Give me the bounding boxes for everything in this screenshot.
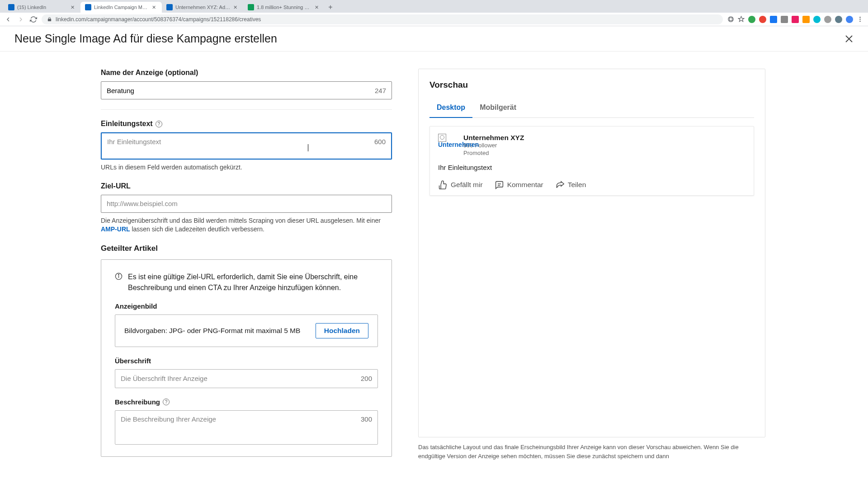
info-text: Es ist eine gültige Ziel-URL erforderlic…: [128, 272, 378, 293]
svg-point-7: [118, 274, 119, 275]
divider: [101, 109, 392, 110]
amp-url-link[interactable]: AMP-URL: [101, 225, 130, 233]
extension-icon[interactable]: [824, 16, 831, 23]
ad-name-label: Name der Anzeige (optional): [101, 69, 392, 77]
company-logo: Unternehmen: [438, 134, 459, 147]
close-icon: [844, 33, 854, 44]
extension-icon[interactable]: [792, 16, 799, 23]
svg-point-0: [728, 16, 733, 21]
reload-icon[interactable]: [30, 16, 37, 23]
avatar[interactable]: [846, 16, 853, 23]
address-bar[interactable]: linkedin.com/campaignmanager/account/508…: [42, 14, 723, 24]
char-counter: 247: [375, 87, 386, 94]
page-title: Neue Single Image Ad für diese Kampagne …: [14, 32, 277, 45]
share-icon: [555, 180, 565, 190]
back-icon[interactable]: [5, 16, 12, 23]
extension-icon[interactable]: [802, 16, 810, 23]
svg-rect-1: [729, 18, 732, 20]
new-tab-button[interactable]: +: [325, 2, 336, 13]
like-button[interactable]: Gefällt mir: [438, 180, 483, 190]
upload-button[interactable]: Hochladen: [316, 323, 368, 338]
extension-icon[interactable]: [781, 16, 788, 23]
tab-mobile[interactable]: Mobilgerät: [472, 99, 524, 117]
headline-input[interactable]: 200: [115, 369, 378, 388]
description-input[interactable]: 300: [115, 410, 378, 445]
tab-desktop[interactable]: Desktop: [429, 99, 472, 118]
ad-image-label: Anzeigenbild: [115, 302, 378, 310]
like-icon: [438, 180, 448, 190]
url-text: linkedin.com/campaignmanager/account/508…: [56, 16, 261, 23]
help-text: URLs in diesem Feld werden automatisch g…: [101, 163, 392, 172]
preview-panel: Vorschau Desktop Mobilgerät Unternehmen …: [418, 69, 765, 437]
ad-preview-card: Unternehmen Unternehmen XYZ 999 Follower…: [429, 126, 754, 196]
ad-intro-text: Ihr Einleitungstext: [438, 164, 745, 171]
info-icon[interactable]: [727, 16, 734, 23]
modal-header: Neue Single Image Ad für diese Kampagne …: [0, 26, 868, 52]
close-icon[interactable]: ✕: [233, 5, 239, 10]
comment-button[interactable]: Kommentar: [495, 180, 543, 190]
help-icon[interactable]: ?: [163, 399, 170, 405]
ad-name-input[interactable]: 247: [101, 81, 392, 99]
description-label: Beschreibung: [115, 398, 160, 406]
shared-article-box: Es ist eine gültige Ziel-URL erforderlic…: [101, 259, 392, 457]
lock-icon: [47, 17, 52, 22]
svg-point-2: [859, 16, 861, 18]
star-icon[interactable]: [738, 16, 745, 23]
extension-icon[interactable]: [748, 16, 755, 23]
close-icon[interactable]: ✕: [315, 5, 320, 10]
intro-text-label: Einleitungstext: [101, 120, 153, 128]
char-counter: 200: [361, 375, 372, 382]
close-button[interactable]: [842, 32, 856, 46]
intro-text-input[interactable]: 600: [101, 132, 392, 160]
preview-disclaimer: Das tatsächliche Layout und das finale E…: [418, 443, 765, 460]
svg-point-3: [859, 19, 861, 20]
char-counter: 600: [374, 138, 386, 145]
extension-icon[interactable]: [759, 16, 766, 23]
browser-tab[interactable]: LinkedIn Campaign Manager✕: [80, 2, 162, 13]
help-text: Die Anzeigenüberschrift und das Bild wer…: [101, 216, 392, 234]
menu-icon[interactable]: [857, 16, 863, 23]
preview-tabs: Desktop Mobilgerät: [429, 99, 754, 118]
svg-point-4: [859, 20, 861, 22]
extension-icons: [727, 16, 863, 23]
headline-label: Überschrift: [115, 357, 378, 365]
info-icon: [115, 272, 123, 280]
char-counter: 300: [361, 415, 372, 423]
share-button[interactable]: Teilen: [555, 180, 586, 190]
help-icon[interactable]: ?: [156, 121, 162, 127]
forward-icon[interactable]: [17, 16, 24, 23]
dest-url-label: Ziel-URL: [101, 182, 392, 190]
browser-tab[interactable]: (15) LinkedIn✕: [4, 2, 80, 13]
dest-url-input[interactable]: [101, 195, 392, 213]
browser-tab[interactable]: 1.8 million+ Stunning Free Im✕: [243, 2, 325, 13]
browser-tab[interactable]: Unternehmen XYZ: Administra✕: [162, 2, 243, 13]
close-icon[interactable]: ✕: [152, 5, 157, 10]
close-icon[interactable]: ✕: [71, 5, 76, 10]
browser-tabs: (15) LinkedIn✕ LinkedIn Campaign Manager…: [0, 0, 868, 13]
promoted-label: Promoted: [463, 150, 524, 157]
extension-icon[interactable]: [813, 16, 821, 23]
shared-article-title: Geteilter Artikel: [101, 244, 392, 253]
image-spec-text: Bildvorgaben: JPG- oder PNG-Format mit m…: [124, 325, 300, 336]
preview-title: Vorschau: [429, 80, 754, 90]
extension-icon[interactable]: [770, 16, 777, 23]
upload-box: Bildvorgaben: JPG- oder PNG-Format mit m…: [115, 314, 378, 347]
extension-icon[interactable]: [835, 16, 842, 23]
comment-icon: [495, 180, 504, 190]
address-bar-row: linkedin.com/campaignmanager/account/508…: [0, 13, 868, 26]
